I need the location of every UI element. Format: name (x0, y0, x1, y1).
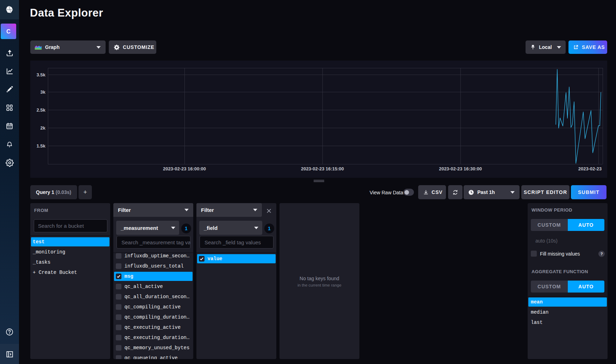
svg-text:2023-02-23 16:30:00: 2023-02-23 16:30:00 (439, 166, 482, 171)
svg-text:1.5k: 1.5k (37, 143, 46, 149)
svg-text:3k: 3k (40, 89, 46, 95)
svg-text:2k: 2k (40, 125, 46, 131)
svg-text:2023-02-23 16:00:00: 2023-02-23 16:00:00 (163, 166, 206, 171)
svg-text:2023-02-23: 2023-02-23 (578, 166, 602, 171)
svg-text:2.5k: 2.5k (37, 107, 46, 113)
svg-text:2023-02-23 16:15:00: 2023-02-23 16:15:00 (301, 166, 344, 171)
svg-text:3.5k: 3.5k (37, 72, 46, 77)
